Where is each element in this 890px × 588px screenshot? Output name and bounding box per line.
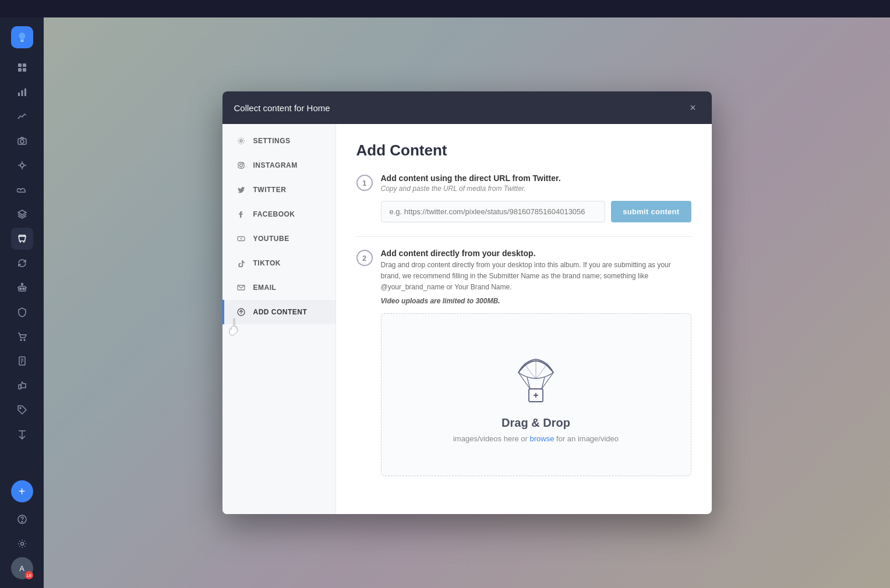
modal-nav: SETTINGS INSTAGRAM	[223, 124, 336, 514]
nav-item-settings-label: SETTINGS	[253, 137, 291, 145]
drop-subtitle: images/videos here or browse for an imag…	[453, 434, 619, 443]
drop-subtitle-1: images/videos here or	[453, 434, 528, 443]
nav-item-youtube-label: YOUTUBE	[253, 235, 289, 243]
twitter-icon	[236, 185, 246, 195]
step-2-header: 2 Add content directly from your desktop…	[356, 249, 691, 305]
nav-item-instagram[interactable]: INSTAGRAM	[223, 153, 335, 178]
svg-point-9	[20, 164, 24, 167]
nav-item-twitter-label: TWITTER	[253, 186, 287, 194]
section-divider	[356, 236, 691, 237]
modal-body: SETTINGS INSTAGRAM	[223, 124, 712, 514]
svg-point-17	[23, 288, 24, 290]
nav-item-twitter[interactable]: TWITTER	[223, 178, 335, 202]
content-title: Add Content	[356, 141, 691, 160]
sidebar-item-tag[interactable]	[11, 399, 33, 421]
instagram-icon	[236, 160, 246, 171]
svg-marker-40	[241, 238, 242, 240]
url-input[interactable]	[381, 201, 606, 222]
drop-zone[interactable]: Drag & Drop images/videos here or browse…	[381, 313, 691, 476]
svg-point-16	[20, 288, 22, 290]
app-logo[interactable]	[11, 26, 33, 48]
nav-item-instagram-label: INSTAGRAM	[253, 161, 298, 169]
svg-rect-28	[19, 385, 21, 389]
nav-item-settings[interactable]: SETTINGS	[223, 129, 335, 153]
sidebar-item-camera[interactable]	[11, 130, 33, 152]
sidebar-item-refresh[interactable]	[11, 252, 33, 274]
modal-header: Collect content for Home ×	[223, 91, 712, 124]
modal-main-content: Add Content 1 Add content using the dire…	[336, 124, 712, 514]
sidebar: + A 18	[0, 17, 44, 588]
sidebar-item-export[interactable]	[11, 423, 33, 445]
app-container: + A 18 Collect content for Home	[0, 17, 890, 588]
sidebar-item-shield[interactable]	[11, 301, 33, 323]
sidebar-item-analytics[interactable]	[11, 81, 33, 103]
nav-item-facebook-label: FACEBOOK	[253, 210, 295, 218]
svg-rect-2	[18, 68, 22, 72]
nav-item-youtube[interactable]: YOUTUBE	[223, 226, 335, 251]
sidebar-item-layers[interactable]	[11, 203, 33, 225]
parachute-icon	[510, 346, 562, 407]
svg-point-22	[20, 339, 22, 341]
svg-point-38	[242, 163, 243, 164]
nav-item-add-content[interactable]: ADD CONTENT	[223, 300, 335, 324]
svg-rect-0	[18, 63, 22, 67]
submit-content-button[interactable]: submit content	[611, 201, 691, 222]
step-2-heading: Add content directly from your desktop.	[381, 249, 691, 258]
sidebar-item-network[interactable]	[11, 154, 33, 176]
sidebar-item-star[interactable]	[11, 228, 33, 250]
step-2-description: Drag and drop content directly from your…	[381, 260, 691, 293]
svg-point-34	[20, 543, 23, 546]
add-button[interactable]: +	[11, 480, 33, 502]
step-1-heading: Add content using the direct URL from Tw…	[381, 173, 561, 183]
step-1-number: 1	[356, 175, 373, 191]
drop-title: Drag & Drop	[501, 416, 570, 430]
sidebar-item-reports[interactable]	[11, 105, 33, 127]
browse-link[interactable]: browse	[530, 434, 555, 443]
step-1-text: Add content using the direct URL from Tw…	[381, 173, 561, 193]
gear-icon	[236, 136, 246, 146]
sidebar-item-cloud[interactable]	[11, 179, 33, 201]
email-icon	[236, 282, 246, 293]
youtube-icon	[236, 233, 246, 244]
svg-marker-14	[18, 210, 26, 215]
svg-rect-4	[18, 93, 20, 96]
svg-point-23	[24, 339, 25, 341]
svg-rect-6	[24, 88, 26, 96]
nav-item-email[interactable]: EMAIL	[223, 275, 335, 300]
nav-item-email-label: EMAIL	[253, 284, 277, 292]
svg-point-33	[22, 521, 23, 522]
step-2-warning: Video uploads are limited to 300MB.	[381, 297, 691, 305]
step-1-subtext: Copy and paste the URL of media from Twi…	[381, 185, 561, 193]
content-area: Collect content for Home ×	[44, 17, 890, 588]
facebook-icon	[236, 209, 246, 219]
modal-close-button[interactable]: ×	[686, 101, 700, 115]
step-2-text: Add content directly from your desktop. …	[381, 249, 691, 305]
nav-item-tiktok[interactable]: TIKTOK	[223, 251, 335, 275]
url-row: submit content	[381, 201, 691, 222]
svg-rect-1	[23, 63, 26, 67]
svg-point-29	[20, 408, 21, 409]
tiktok-icon	[236, 258, 246, 268]
nav-item-add-content-label: ADD CONTENT	[253, 308, 308, 316]
sidebar-item-thumbsup[interactable]	[11, 374, 33, 396]
svg-point-8	[20, 140, 24, 143]
sidebar-item-settings[interactable]	[11, 533, 33, 555]
drop-subtitle-2: for an image/video	[556, 434, 619, 443]
svg-rect-5	[21, 90, 23, 96]
sidebar-item-cart[interactable]	[11, 325, 33, 348]
sidebar-item-file[interactable]	[11, 350, 33, 372]
modal-title: Collect content for Home	[234, 103, 330, 113]
step-1-header: 1 Add content using the direct URL from …	[356, 173, 691, 193]
svg-point-37	[239, 164, 242, 167]
sidebar-item-help[interactable]	[11, 508, 33, 530]
step-2-number: 2	[356, 250, 373, 266]
svg-point-35	[240, 140, 242, 142]
avatar[interactable]: A 18	[11, 557, 33, 579]
nav-item-tiktok-label: TIKTOK	[253, 259, 281, 267]
sidebar-item-dashboard[interactable]	[11, 56, 33, 79]
step-1-section: 1 Add content using the direct URL from …	[356, 173, 691, 222]
sidebar-item-bot[interactable]	[11, 277, 33, 299]
modal: Collect content for Home ×	[223, 91, 712, 514]
nav-item-facebook[interactable]: FACEBOOK	[223, 202, 335, 226]
svg-rect-3	[23, 68, 26, 72]
